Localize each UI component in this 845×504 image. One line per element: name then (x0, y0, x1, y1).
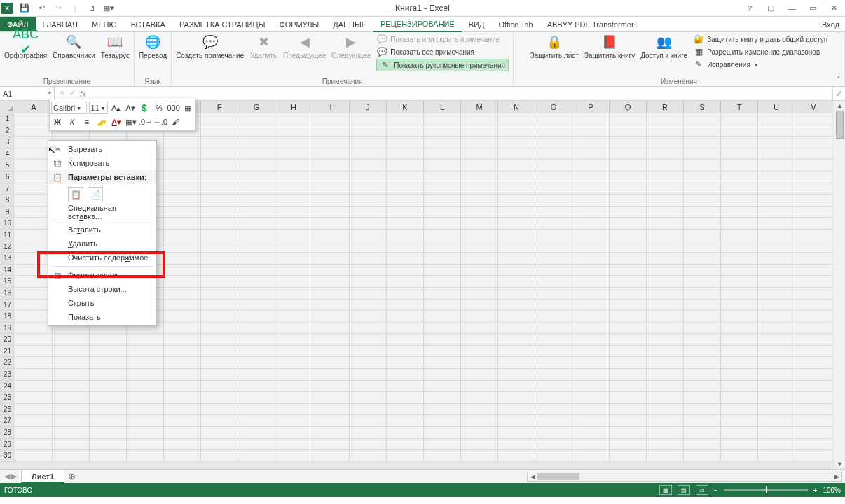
cell[interactable] (350, 125, 387, 136)
new-comment-button[interactable]: 💬Создать примечание (176, 34, 244, 59)
cell[interactable] (610, 357, 647, 368)
cell[interactable] (387, 415, 424, 426)
tab-review[interactable]: РЕЦЕНЗИРОВАНИЕ (373, 17, 462, 32)
cell[interactable] (350, 265, 387, 276)
cell[interactable] (201, 323, 238, 334)
cell[interactable] (721, 415, 758, 426)
increase-decimal-icon[interactable]: .0→ (139, 115, 152, 128)
cell[interactable] (795, 172, 832, 183)
ctx-clear[interactable]: Очистить содержимое (48, 251, 156, 265)
increase-font-icon[interactable]: A▴ (110, 102, 122, 114)
row-header[interactable]: 25 (0, 392, 15, 403)
cell[interactable] (647, 241, 684, 253)
tab-view[interactable]: ВИД (462, 17, 492, 31)
cell[interactable] (572, 113, 610, 125)
cell[interactable] (238, 206, 275, 218)
cell[interactable] (238, 311, 275, 322)
share-book-button[interactable]: 👥Доступ к книге (640, 34, 687, 59)
cell[interactable] (53, 415, 90, 426)
cell[interactable] (424, 230, 461, 241)
cell[interactable] (127, 334, 164, 345)
cell[interactable] (312, 265, 350, 276)
cell[interactable] (424, 369, 461, 380)
cell[interactable] (721, 450, 758, 461)
cell[interactable] (684, 334, 721, 345)
cell[interactable] (350, 415, 387, 426)
cell[interactable] (498, 323, 535, 334)
cell[interactable] (164, 334, 201, 345)
cell[interactable] (610, 323, 647, 334)
decrease-decimal-icon[interactable]: ←.0 (154, 115, 167, 128)
cell[interactable] (387, 450, 424, 461)
cell[interactable] (387, 439, 424, 450)
column-header[interactable]: K (387, 101, 424, 113)
cell[interactable] (238, 113, 275, 125)
cell[interactable] (572, 136, 610, 148)
cell[interactable] (535, 113, 572, 125)
cell[interactable] (721, 195, 758, 206)
cell[interactable] (238, 392, 275, 403)
cell[interactable] (498, 392, 535, 403)
decrease-font-icon[interactable]: A▾ (124, 102, 136, 114)
cell[interactable] (461, 241, 498, 253)
column-header[interactable]: R (647, 101, 684, 113)
cell[interactable] (238, 172, 275, 183)
cell[interactable] (795, 136, 832, 148)
cell[interactable] (238, 323, 275, 334)
translate-button[interactable]: 🌐Перевод (139, 34, 167, 59)
cell[interactable] (535, 450, 572, 461)
cell[interactable] (647, 439, 684, 450)
cell[interactable] (610, 241, 647, 253)
cell[interactable] (312, 218, 350, 229)
cell[interactable] (312, 125, 350, 136)
cell[interactable] (721, 334, 758, 345)
cell[interactable] (15, 334, 53, 345)
cell[interactable] (721, 206, 758, 218)
cell[interactable] (461, 160, 498, 171)
cell[interactable] (387, 265, 424, 276)
cell[interactable] (312, 241, 350, 253)
cell[interactable] (238, 136, 275, 148)
ctx-hide[interactable]: Скрыть (48, 296, 156, 310)
cell[interactable] (127, 357, 164, 368)
cell[interactable] (201, 206, 238, 218)
cell[interactable] (164, 439, 201, 450)
cell[interactable] (684, 148, 721, 160)
cell[interactable] (498, 230, 535, 241)
cell[interactable] (610, 172, 647, 183)
cell[interactable] (127, 381, 164, 392)
cell[interactable] (312, 427, 350, 438)
percent-icon[interactable]: % (153, 102, 165, 114)
row-header[interactable]: 28 (0, 427, 15, 438)
cell[interactable] (647, 253, 684, 264)
protect-sheet-button[interactable]: 🔒Защитить лист (530, 34, 579, 59)
cell[interactable] (15, 450, 53, 461)
cell[interactable] (610, 427, 647, 438)
cell[interactable] (201, 230, 238, 241)
cell[interactable] (647, 427, 684, 438)
cell[interactable] (461, 148, 498, 160)
cell[interactable] (721, 427, 758, 438)
row-header[interactable]: 19 (0, 323, 15, 334)
cell[interactable] (795, 334, 832, 345)
vertical-scrollbar[interactable]: ▲ ▼ (834, 101, 845, 469)
cell[interactable] (721, 346, 758, 357)
cell[interactable] (684, 369, 721, 380)
cell[interactable] (795, 206, 832, 218)
cell[interactable] (647, 276, 684, 287)
cell[interactable] (387, 300, 424, 311)
cell[interactable] (795, 265, 832, 276)
cell[interactable] (684, 241, 721, 253)
cell[interactable] (201, 392, 238, 403)
cell[interactable] (721, 357, 758, 368)
cell[interactable] (424, 276, 461, 287)
cell[interactable] (387, 288, 424, 299)
cell[interactable] (684, 323, 721, 334)
cell[interactable] (758, 346, 795, 357)
cell[interactable] (498, 404, 535, 415)
cell[interactable] (387, 369, 424, 380)
ctx-insert[interactable]: Вставить (48, 223, 156, 237)
cell[interactable] (424, 136, 461, 148)
cell[interactable] (572, 206, 610, 218)
cell[interactable] (424, 113, 461, 125)
